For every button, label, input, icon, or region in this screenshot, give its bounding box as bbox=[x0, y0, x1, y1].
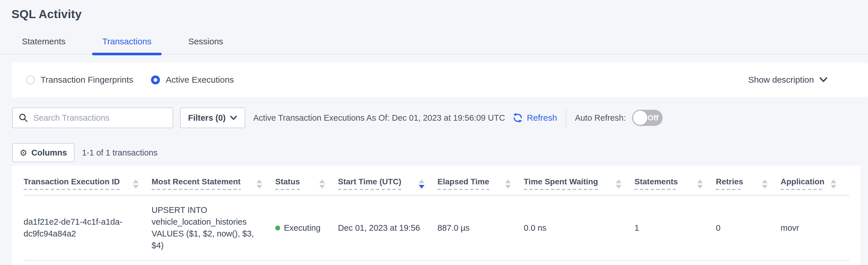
column-header-status[interactable]: Status bbox=[275, 166, 338, 195]
column-header-start-time[interactable]: Start Time (UTC) bbox=[338, 166, 437, 195]
search-icon bbox=[19, 113, 28, 123]
column-header-elapsed-time[interactable]: Elapsed Time bbox=[437, 166, 524, 195]
toggle-knob bbox=[633, 111, 647, 125]
column-header-most-recent-statement[interactable]: Most Recent Statement bbox=[152, 166, 275, 195]
cell-application: movr bbox=[781, 195, 849, 260]
columns-label: Columns bbox=[31, 148, 67, 158]
transactions-table-card: Transaction Execution ID Most Recent Sta… bbox=[12, 166, 861, 265]
show-description-toggle[interactable]: Show description bbox=[748, 75, 828, 85]
tab-bar: Statements Transactions Sessions bbox=[0, 36, 868, 54]
radio-circle-icon[interactable] bbox=[151, 76, 160, 84]
column-header-application[interactable]: Application bbox=[781, 166, 849, 195]
result-count: 1-1 of 1 transactions bbox=[82, 148, 158, 158]
toolbar: Filters (0) Active Transaction Execution… bbox=[12, 107, 868, 128]
column-header-retries[interactable]: Retries bbox=[716, 166, 781, 195]
sort-arrows-icon bbox=[133, 180, 138, 189]
sort-arrows-icon bbox=[616, 180, 622, 189]
show-description-label: Show description bbox=[748, 75, 814, 85]
view-toggle-card: Transaction Fingerprints Active Executio… bbox=[12, 62, 868, 97]
sort-arrows-icon bbox=[697, 180, 703, 189]
toggle-state-label: Off bbox=[648, 113, 659, 123]
sort-arrows-icon bbox=[319, 180, 325, 189]
transactions-table: Transaction Execution ID Most Recent Sta… bbox=[24, 166, 849, 261]
filters-label: Filters (0) bbox=[188, 113, 226, 123]
column-header-transaction-execution-id[interactable]: Transaction Execution ID bbox=[24, 166, 152, 195]
execution-view-radio-group: Transaction Fingerprints Active Executio… bbox=[26, 75, 252, 85]
columns-button[interactable]: ⚙ Columns bbox=[12, 143, 74, 162]
tab-statements[interactable]: Statements bbox=[11, 36, 76, 54]
status-label: Executing bbox=[284, 222, 320, 234]
chevron-down-icon bbox=[230, 115, 237, 121]
sort-arrows-icon bbox=[505, 180, 511, 189]
status-executing-dot-icon bbox=[275, 226, 280, 231]
radio-label: Transaction Fingerprints bbox=[40, 75, 133, 85]
table-row: da1f21e2-de71-4c1f-a1da-dc9fc94a84a2 UPS… bbox=[24, 195, 849, 260]
refresh-button[interactable]: Refresh bbox=[513, 113, 557, 123]
radio-transaction-fingerprints[interactable]: Transaction Fingerprints bbox=[26, 75, 133, 85]
toolbar-divider bbox=[566, 109, 566, 127]
sort-arrows-icon bbox=[256, 180, 262, 189]
refresh-label: Refresh bbox=[527, 113, 557, 123]
cell-time-spent-waiting: 0.0 ns bbox=[524, 195, 634, 260]
cell-retries: 0 bbox=[716, 195, 781, 260]
radio-active-executions[interactable]: Active Executions bbox=[151, 75, 234, 85]
table-controls: ⚙ Columns 1-1 of 1 transactions bbox=[12, 143, 868, 162]
search-input[interactable] bbox=[33, 113, 167, 123]
chevron-down-icon bbox=[819, 77, 828, 83]
tab-sessions[interactable]: Sessions bbox=[178, 36, 234, 54]
sync-arrows-icon bbox=[513, 113, 523, 123]
as-of-timestamp: Active Transaction Executions As Of: Dec… bbox=[253, 113, 505, 123]
cell-statements: 1 bbox=[634, 195, 716, 260]
auto-refresh-label: Auto Refresh: bbox=[575, 113, 626, 123]
cell-transaction-execution-id: da1f21e2-de71-4c1f-a1da-dc9fc94a84a2 bbox=[24, 195, 152, 260]
table-header-row: Transaction Execution ID Most Recent Sta… bbox=[24, 166, 849, 195]
column-header-statements[interactable]: Statements bbox=[634, 166, 716, 195]
tab-transactions[interactable]: Transactions bbox=[92, 36, 162, 54]
sort-arrows-icon bbox=[831, 180, 836, 189]
cell-most-recent-statement: UPSERT INTO vehicle_location_histories V… bbox=[152, 195, 275, 260]
radio-label: Active Executions bbox=[166, 75, 234, 85]
search-box[interactable] bbox=[12, 107, 173, 128]
column-header-time-spent-waiting[interactable]: Time Spent Waiting bbox=[524, 166, 634, 195]
radio-circle-icon[interactable] bbox=[26, 76, 35, 84]
auto-refresh-control: Auto Refresh: Off bbox=[575, 110, 663, 126]
sort-arrows-icon bbox=[762, 180, 768, 189]
sort-arrows-icon bbox=[419, 180, 425, 189]
auto-refresh-toggle[interactable]: Off bbox=[632, 110, 663, 126]
cell-elapsed-time: 887.0 µs bbox=[437, 195, 524, 260]
page-title: SQL Activity bbox=[11, 7, 868, 21]
cell-start-time: Dec 01, 2023 at 19:56 bbox=[338, 195, 437, 260]
filters-button[interactable]: Filters (0) bbox=[180, 107, 245, 128]
gear-icon: ⚙ bbox=[20, 148, 27, 158]
cell-status: Executing bbox=[275, 195, 338, 260]
